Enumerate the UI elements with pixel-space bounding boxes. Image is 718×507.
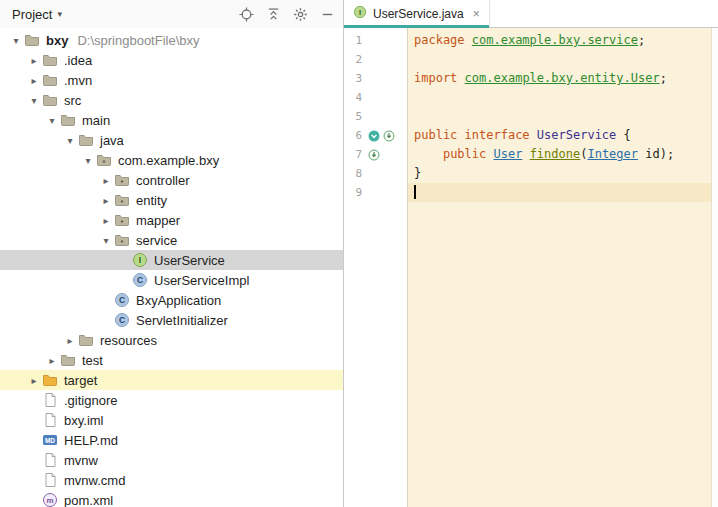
gutter-row: 3 — [344, 69, 407, 88]
tree-item-com-example-bxy[interactable]: ▾com.example.bxy — [0, 150, 343, 170]
chevron-down-icon[interactable]: ▾ — [26, 95, 42, 106]
tree-item-label: .idea — [64, 53, 92, 68]
tree-item-controller[interactable]: ▸controller — [0, 170, 343, 190]
tree-item-target[interactable]: ▸target — [0, 370, 343, 390]
file-md-icon: MD — [42, 432, 58, 448]
tree-item-label: com.example.bxy — [118, 153, 219, 168]
package-icon — [114, 232, 130, 248]
tree-item-label: java — [100, 133, 124, 148]
code-token: findone — [530, 147, 581, 161]
implemented-marker-icon[interactable] — [368, 130, 380, 142]
gutter-row: 5 — [344, 107, 407, 126]
tree-item--gitignore[interactable]: .gitignore — [0, 390, 343, 410]
chevron-down-icon[interactable]: ▾ — [62, 135, 78, 146]
chevron-right-icon[interactable]: ▸ — [26, 55, 42, 66]
folder-icon — [42, 52, 58, 68]
tree-item-mvnw-cmd[interactable]: mvnw.cmd — [0, 470, 343, 490]
tree-item-label: .gitignore — [64, 393, 117, 408]
code-token: package — [414, 33, 472, 47]
line-number: 4 — [344, 91, 362, 104]
tree-item-userservice[interactable]: IUserService — [0, 250, 343, 270]
code-area[interactable]: package com.example.bxy.service;import c… — [408, 28, 718, 507]
class-icon: C — [114, 292, 130, 308]
file-maven-icon: m — [42, 492, 58, 507]
tree-indent — [0, 200, 98, 201]
svg-text:MD: MD — [45, 437, 55, 444]
tree-item-src[interactable]: ▾src — [0, 90, 343, 110]
project-view-selector[interactable]: Project ▾ — [12, 7, 62, 22]
hide-icon[interactable] — [319, 6, 335, 22]
line-number: 9 — [344, 186, 362, 199]
tree-item-resources[interactable]: ▸resources — [0, 330, 343, 350]
code-line[interactable]: public interface UserService { — [408, 126, 718, 145]
tree-item-entity[interactable]: ▸entity — [0, 190, 343, 210]
locate-icon[interactable] — [238, 6, 254, 22]
tree-item-pom-xml[interactable]: mpom.xml — [0, 490, 343, 507]
chevron-right-icon[interactable]: ▸ — [98, 215, 114, 226]
tree-indent — [0, 400, 26, 401]
chevron-down-icon[interactable]: ▾ — [44, 115, 60, 126]
svg-text:m: m — [46, 496, 53, 505]
folder-icon — [42, 72, 58, 88]
folder-icon — [78, 332, 94, 348]
override-marker-icon[interactable] — [383, 130, 395, 142]
tree-item-mapper[interactable]: ▸mapper — [0, 210, 343, 230]
svg-text:C: C — [119, 295, 125, 305]
tree-item-label: bxy.iml — [64, 413, 103, 428]
folder-icon — [42, 92, 58, 108]
tree-item-label: main — [82, 113, 110, 128]
file-icon — [42, 472, 58, 488]
editor-tab-bar: I UserService.java × — [344, 0, 718, 28]
tree-indent — [0, 460, 26, 461]
code-line[interactable]: public User findone(Integer id); — [408, 145, 718, 164]
collapse-all-icon[interactable] — [265, 6, 281, 22]
gutter-row: 2 — [344, 50, 407, 69]
svg-text:I: I — [359, 8, 361, 17]
chevron-right-icon[interactable]: ▸ — [44, 355, 60, 366]
tree-item-mvnw[interactable]: mvnw — [0, 450, 343, 470]
tree-indent — [0, 80, 26, 81]
tree-item-java[interactable]: ▾java — [0, 130, 343, 150]
tree-item-bxy[interactable]: ▾bxyD:\springbootFile\bxy — [0, 30, 343, 50]
chevron-right-icon[interactable]: ▸ — [26, 75, 42, 86]
folder-icon — [78, 132, 94, 148]
chevron-down-icon[interactable]: ▾ — [80, 155, 96, 166]
tree-item-label: mvnw — [64, 453, 98, 468]
tree-item-servletinitializer[interactable]: CServletInitializer — [0, 310, 343, 330]
tab-userservice-java[interactable]: I UserService.java × — [344, 0, 490, 27]
tree-item--idea[interactable]: ▸.idea — [0, 50, 343, 70]
tree-item-help-md[interactable]: MDHELP.md — [0, 430, 343, 450]
tree-item-label: ServletInitializer — [136, 313, 228, 328]
settings-icon[interactable] — [292, 6, 308, 22]
tree-item-bxyapplication[interactable]: CBxyApplication — [0, 290, 343, 310]
close-icon[interactable]: × — [473, 7, 480, 21]
chevron-right-icon[interactable]: ▸ — [98, 175, 114, 186]
tree-item-test[interactable]: ▸test — [0, 350, 343, 370]
chevron-down-icon[interactable]: ▾ — [8, 35, 24, 46]
chevron-right-icon[interactable]: ▸ — [62, 335, 78, 346]
chevron-right-icon[interactable]: ▸ — [98, 195, 114, 206]
code-line[interactable] — [408, 50, 718, 69]
tree-item-userserviceimpl[interactable]: CUserServiceImpl — [0, 270, 343, 290]
gutter-row: 8 — [344, 164, 407, 183]
tree-item-service[interactable]: ▾service — [0, 230, 343, 250]
editor-scrollbar[interactable] — [711, 28, 718, 507]
tree-indent — [0, 240, 98, 241]
code-line[interactable]: package com.example.bxy.service; — [408, 31, 718, 50]
code-line[interactable]: import com.example.bxy.entity.User; — [408, 69, 718, 88]
code-token: User — [493, 147, 522, 161]
code-line[interactable] — [408, 88, 718, 107]
file-icon — [42, 392, 58, 408]
project-title: Project — [12, 7, 52, 22]
tree-item--mvn[interactable]: ▸.mvn — [0, 70, 343, 90]
chevron-down-icon[interactable]: ▾ — [98, 235, 114, 246]
chevron-right-icon[interactable]: ▸ — [26, 375, 42, 386]
code-line[interactable] — [408, 107, 718, 126]
tree-item-label: test — [82, 353, 103, 368]
tree-item-main[interactable]: ▾main — [0, 110, 343, 130]
code-line[interactable]: } — [408, 164, 718, 183]
code-line[interactable] — [408, 183, 718, 202]
override-marker-icon[interactable] — [368, 149, 380, 161]
tree-item-bxy-iml[interactable]: bxy.iml — [0, 410, 343, 430]
tree-item-label: mapper — [136, 213, 180, 228]
